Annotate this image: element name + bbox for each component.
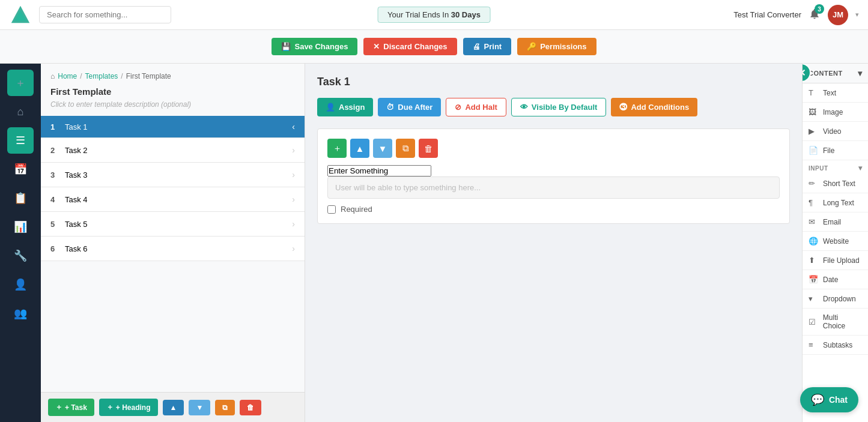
arrow-up-icon: ▲	[170, 403, 177, 412]
add-heading-icon: ＋	[106, 402, 114, 412]
nav-reports[interactable]: 📊	[7, 214, 34, 240]
task-list: 1 ‹ 2 Task 2 › 3 Task 3 › 4 Task 4 ›	[41, 116, 305, 392]
sidebar-item-file[interactable]: 📄 File	[803, 141, 868, 160]
breadcrumb-home-link[interactable]: Home	[58, 72, 77, 80]
copy-task-button[interactable]: ⧉	[215, 400, 235, 415]
print-button[interactable]: 🖨 Print	[463, 38, 512, 55]
visible-by-default-button[interactable]: 👁 Visible By Default	[511, 98, 607, 116]
sidebar-item-email[interactable]: ✉ Email	[803, 213, 868, 232]
short-text-icon: ✏	[809, 179, 818, 188]
conditions-icon: ⓷	[619, 103, 627, 112]
sidebar-input-expand-icon[interactable]: ▾	[858, 164, 863, 172]
sidebar-item-subtasks[interactable]: ≡ Subtasks	[803, 336, 868, 355]
task-actions: 👤 Assign ⏱ Due After ⊘ Add Halt 👁 Visibl…	[317, 98, 790, 116]
email-icon: ✉	[809, 217, 818, 226]
discard-changes-button[interactable]: ✕ Discard Changes	[363, 38, 457, 55]
sidebar-multi-choice-label: Multi Choice	[823, 313, 862, 330]
sidebar-short-text-label: Short Text	[823, 179, 855, 188]
task-number: 3	[50, 170, 65, 179]
search-input[interactable]	[39, 6, 171, 23]
users-icon: 👤	[14, 278, 27, 291]
sidebar-item-dropdown[interactable]: ▾ Dropdown	[803, 289, 868, 309]
nav-documents[interactable]: 📋	[7, 185, 34, 211]
nav-tools[interactable]: 🔧	[7, 243, 34, 269]
nav-templates[interactable]: ☰	[7, 127, 34, 154]
save-icon: 💾	[281, 42, 291, 51]
add-task-button[interactable]: ＋ + Task	[48, 399, 94, 416]
task-item[interactable]: 4 Task 4 ›	[41, 187, 305, 212]
task-item[interactable]: 2 Task 2 ›	[41, 138, 305, 163]
breadcrumb-current: First Template	[126, 72, 171, 80]
template-description[interactable]: Click to enter template description (opt…	[41, 99, 305, 116]
sidebar-content-items: T Text 🖼 Image ▶ Video 📄 File	[803, 83, 868, 160]
required-checkbox[interactable]	[327, 205, 336, 214]
breadcrumb: ⌂ Home / Templates / First Template	[41, 64, 305, 80]
task-collapse-icon[interactable]: ‹	[292, 122, 295, 131]
date-icon: 📅	[809, 275, 818, 284]
sidebar-dropdown-label: Dropdown	[823, 295, 856, 303]
chat-button[interactable]: 💬 Chat	[800, 387, 858, 412]
sidebar-item-image[interactable]: 🖼 Image	[803, 103, 868, 122]
notification-bell[interactable]: 3	[809, 8, 821, 22]
nav-home[interactable]: ⌂	[7, 98, 34, 125]
block-label-input[interactable]	[327, 165, 431, 176]
task-item[interactable]: 1 ‹	[41, 116, 305, 138]
task-number: 2	[50, 146, 65, 155]
breadcrumb-sep2: /	[121, 72, 123, 80]
due-after-button[interactable]: ⏱ Due After	[378, 98, 441, 116]
block-delete-button[interactable]: 🗑	[419, 139, 438, 158]
task-expand-icon: ›	[292, 219, 295, 229]
task-item[interactable]: 3 Task 3 ›	[41, 163, 305, 187]
sidebar-item-text[interactable]: T Text	[803, 83, 868, 103]
block-toolbar: ＋ ▲ ▼ ⧉ 🗑	[327, 139, 780, 158]
save-changes-button[interactable]: 💾 Save Changes	[272, 38, 357, 55]
block-placeholder-text: User will be able to type something here…	[327, 176, 780, 199]
permissions-button[interactable]: 🔑 Permissions	[517, 38, 596, 55]
avatar[interactable]: JM	[828, 5, 848, 25]
file-upload-icon: ⬆	[809, 256, 818, 265]
task-item[interactable]: 6 Task 6 ›	[41, 237, 305, 261]
eye-icon: 👁	[520, 103, 528, 112]
task-item[interactable]: 5 Task 5 ›	[41, 212, 305, 237]
sidebar-item-video[interactable]: ▶ Video	[803, 122, 868, 141]
assign-icon: 👤	[326, 103, 335, 112]
sidebar-item-file-upload[interactable]: ⬆ File Upload	[803, 251, 868, 270]
sidebar-item-website[interactable]: 🌐 Website	[803, 232, 868, 251]
nav-calendar[interactable]: 📅	[7, 156, 34, 182]
add-heading-button[interactable]: ＋ + Heading	[99, 399, 158, 416]
arrow-down-icon: ▼	[196, 403, 203, 412]
task-name-input[interactable]	[65, 122, 292, 131]
task-expand-icon: ›	[292, 170, 295, 179]
breadcrumb-templates-link[interactable]: Templates	[85, 72, 118, 80]
main-layout: ＋ ⌂ ☰ 📅 📋 📊 🔧 👤 👥 ⌂ Home /	[0, 64, 868, 422]
nav-add-button[interactable]: ＋	[7, 70, 34, 96]
sidebar-item-long-text[interactable]: ¶ Long Text	[803, 193, 868, 213]
move-down-button[interactable]: ▼	[189, 400, 210, 415]
avatar-dropdown-icon[interactable]: ▾	[855, 11, 859, 19]
task-name: Task 5	[65, 220, 292, 229]
clock-icon: ⏱	[386, 103, 394, 112]
delete-task-button[interactable]: 🗑	[240, 400, 261, 415]
logo-icon[interactable]	[9, 4, 32, 26]
block-copy-button[interactable]: ⧉	[396, 139, 415, 158]
add-halt-button[interactable]: ⊘ Add Halt	[446, 98, 506, 116]
block-move-down-button[interactable]: ▼	[373, 139, 392, 158]
sidebar-item-date[interactable]: 📅 Date	[803, 270, 868, 289]
nav-users[interactable]: 👤	[7, 271, 34, 298]
task-expand-icon: ›	[292, 194, 295, 204]
sidebar-item-short-text[interactable]: ✏ Short Text	[803, 174, 868, 193]
block-move-up-button[interactable]: ▲	[350, 139, 369, 158]
assign-button[interactable]: 👤 Assign	[317, 98, 373, 116]
sidebar-item-multi-choice[interactable]: ☑ Multi Choice	[803, 309, 868, 336]
sidebar-subtasks-label: Subtasks	[823, 341, 852, 349]
block-add-button[interactable]: ＋	[327, 139, 347, 158]
sidebar-expand-icon[interactable]: ▾	[858, 68, 863, 78]
add-conditions-button[interactable]: ⓷ Add Conditions	[611, 98, 697, 116]
sidebar-file-upload-label: File Upload	[823, 256, 860, 265]
move-up-button[interactable]: ▲	[163, 400, 184, 415]
documents-icon: 📋	[14, 191, 27, 205]
nav-groups[interactable]: 👥	[7, 300, 34, 327]
task-number: 5	[50, 220, 65, 229]
calendar-icon: 📅	[14, 163, 27, 176]
task-name: Task 2	[65, 146, 292, 155]
